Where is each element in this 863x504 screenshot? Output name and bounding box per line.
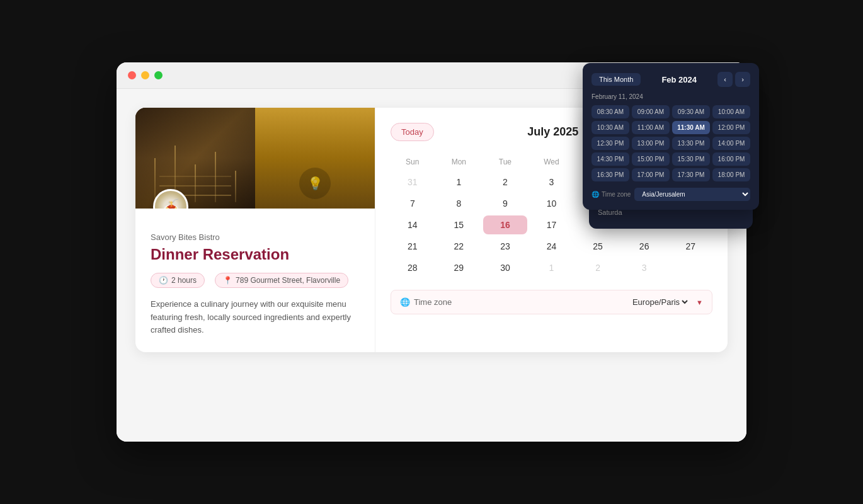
popup-tz-label: 🌐 Time zone [592, 191, 631, 198]
day-header-sun: Sun [391, 154, 435, 170]
cal-day[interactable]: 3 [622, 258, 666, 277]
cal-day[interactable]: 22 [437, 237, 481, 256]
time-slot[interactable]: 17:30 PM [672, 168, 710, 181]
cal-day[interactable]: 17 [530, 215, 574, 234]
clock-icon: 🕐 [159, 276, 168, 285]
timezone-row: 🌐 Time zone Europe/Paris UTC America/New… [391, 290, 712, 314]
left-content: Savory Bites Bistro Dinner Reservation 🕐… [135, 209, 375, 352]
this-month-button[interactable]: This Month [592, 73, 641, 86]
time-slot[interactable]: 09:30 AM [672, 105, 710, 118]
time-slot[interactable]: 10:30 AM [592, 121, 629, 134]
popup-month-title: Feb 2024 [661, 75, 697, 84]
minimize-dot[interactable] [141, 71, 149, 79]
cal-day[interactable]: 15 [437, 215, 481, 234]
popup-nav: ‹ › [717, 72, 750, 87]
day-header-tue: Tue [483, 154, 527, 170]
today-button[interactable]: Today [391, 123, 434, 141]
cal-day[interactable]: 21 [391, 237, 435, 256]
cal-day[interactable]: 2 [576, 258, 620, 277]
cal-day[interactable]: 2 [483, 173, 527, 192]
cal-day[interactable]: 7 [391, 194, 435, 213]
time-slot[interactable]: 17:00 PM [632, 168, 670, 181]
cal-day[interactable]: 30 [483, 258, 527, 277]
globe-icon-small: 🌐 [592, 191, 599, 198]
time-slot[interactable]: 13:00 PM [632, 137, 670, 150]
time-slot[interactable]: 11:00 AM [632, 121, 670, 134]
time-slot[interactable]: 16:00 PM [712, 152, 750, 166]
maximize-dot[interactable] [154, 71, 163, 79]
cal-day[interactable]: 14 [391, 215, 435, 234]
meta-row: 🕐 2 hours 📍 789 Gourmet Street, Flavorvi… [151, 273, 360, 288]
time-slot[interactable]: 18:00 PM [712, 168, 750, 181]
timezone-label: 🌐 Time zone [400, 297, 452, 307]
duration-badge: 🕐 2 hours [151, 273, 205, 288]
cal-day[interactable]: 23 [483, 237, 527, 256]
time-slot[interactable]: 15:00 PM [632, 152, 670, 166]
time-slot[interactable]: 08:30 AM [592, 105, 629, 118]
timezone-select[interactable]: Europe/Paris UTC America/New_York Asia/J… [458, 297, 690, 307]
cal-day[interactable]: 8 [437, 194, 481, 213]
cal-day[interactable]: 25 [576, 237, 620, 256]
cal-day[interactable]: 1 [437, 173, 481, 192]
restaurant-image: 💡 🍝 [135, 108, 375, 209]
cal-day[interactable]: 27 [668, 237, 712, 256]
location-icon: 📍 [223, 276, 232, 285]
time-slot[interactable]: 12:30 PM [592, 137, 629, 150]
cal-day[interactable]: 9 [483, 194, 527, 213]
time-slot[interactable]: 14:00 PM [712, 137, 750, 150]
cal-day-selected[interactable]: 16 [483, 215, 527, 234]
browser-content: 💡 🍝 Savory Bites Bistro Dinner Reservati… [117, 89, 746, 442]
globe-icon: 🌐 [400, 297, 410, 307]
description: Experience a culinary journey with our e… [151, 298, 360, 337]
duration-text: 2 hours [171, 276, 197, 285]
time-slot-selected[interactable]: 11:30 AM [672, 121, 710, 134]
time-slot[interactable]: 10:00 AM [712, 105, 750, 118]
time-picker-popup: This Month Feb 2024 ‹ › February 11, 202… [583, 63, 759, 210]
event-title: Dinner Reservation [151, 246, 360, 264]
restaurant-name: Savory Bites Bistro [151, 232, 360, 242]
popup-date-label: February 11, 2024 [592, 93, 750, 100]
popup-prev-button[interactable]: ‹ [717, 72, 733, 87]
cal-day[interactable]: 28 [391, 258, 435, 277]
time-slot[interactable]: 16:30 PM [592, 168, 629, 181]
cal-day[interactable]: 26 [622, 237, 666, 256]
left-panel: 💡 🍝 Savory Bites Bistro Dinner Reservati… [135, 108, 375, 352]
day-header-wed: Wed [530, 154, 574, 170]
popup-header: This Month Feb 2024 ‹ › [592, 72, 750, 87]
hours-settings-panel: Sunday Unavailable + Monday — 🗑 + Tuesda… [589, 101, 753, 229]
cal-day[interactable]: 10 [530, 194, 574, 213]
cal-day[interactable]: 24 [530, 237, 574, 256]
cal-day[interactable]: 1 [530, 258, 574, 277]
month-title: July 2025 [527, 125, 578, 139]
time-slot[interactable]: 09:00 AM [632, 105, 670, 118]
popup-next-button[interactable]: › [735, 72, 750, 87]
time-slot[interactable]: 13:30 PM [672, 137, 710, 150]
cal-day[interactable]: 29 [437, 258, 481, 277]
time-slots-grid: 08:30 AM 09:00 AM 09:30 AM 10:00 AM 10:3… [592, 105, 750, 181]
time-slot[interactable]: 12:00 PM [712, 121, 750, 134]
day-header-mon: Mon [437, 154, 481, 170]
close-dot[interactable] [128, 71, 136, 79]
time-slot[interactable]: 15:30 PM [672, 152, 710, 166]
cal-day[interactable]: 31 [391, 173, 435, 192]
popup-timezone-row: 🌐 Time zone Asia/Jerusalem Europe/Paris … [592, 188, 750, 201]
popup-timezone-select[interactable]: Asia/Jerusalem Europe/Paris UTC [634, 188, 750, 201]
time-slot[interactable]: 14:30 PM [592, 152, 629, 166]
cal-day[interactable]: 3 [530, 173, 574, 192]
chevron-down-icon: ▼ [696, 299, 703, 306]
browser-window: 💡 🍝 Savory Bites Bistro Dinner Reservati… [117, 62, 746, 442]
address-text: 789 Gourmet Street, Flavorville [236, 276, 340, 285]
address-badge: 📍 789 Gourmet Street, Flavorville [215, 273, 348, 288]
